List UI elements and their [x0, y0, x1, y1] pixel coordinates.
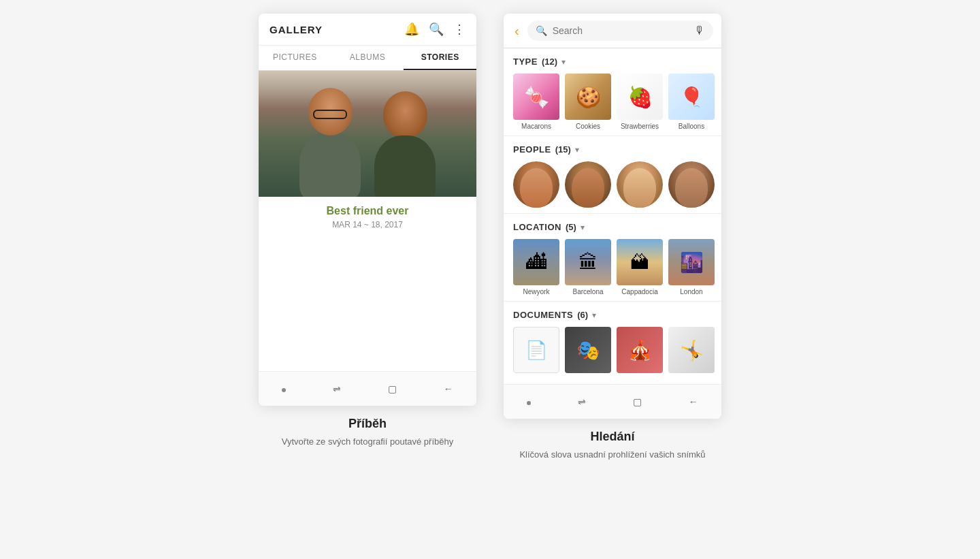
list-item[interactable] — [565, 161, 611, 208]
list-item[interactable]: Cookies — [565, 74, 611, 130]
cookies-thumb — [565, 74, 611, 120]
list-item[interactable] — [668, 327, 715, 373]
search-input[interactable] — [553, 25, 689, 36]
avatar-face-4 — [675, 168, 708, 208]
cappadocia-thumb — [617, 239, 663, 285]
doc4-thumb — [668, 327, 715, 373]
doc1-thumb — [513, 327, 559, 373]
macarons-thumb — [513, 74, 559, 120]
tab-stories[interactable]: STORIES — [404, 46, 476, 70]
location-count: (5) — [566, 222, 576, 232]
square-button[interactable]: ▢ — [382, 381, 402, 397]
list-item[interactable]: Newyork — [513, 239, 559, 296]
location-section-header: LOCATION (5) ▾ — [513, 222, 712, 232]
story-caption-text: Vytvořte ze svých fotografií poutavé pří… — [282, 435, 453, 449]
phone-body — [259, 235, 476, 371]
list-item[interactable]: Barcelona — [565, 239, 611, 296]
type-chevron-icon[interactable]: ▾ — [561, 57, 566, 67]
location-chevron-icon[interactable]: ▾ — [581, 223, 585, 232]
avatar-face-wrap — [513, 161, 559, 208]
people-label: PEOPLE — [513, 144, 551, 155]
cookies-label: Cookies — [576, 123, 600, 130]
search-caption-title: Hledání — [519, 430, 705, 444]
documents-section-header: DOCUMENTS (6) ▾ — [513, 310, 712, 320]
location-label: LOCATION — [513, 222, 561, 232]
search-caption-text: Klíčová slova usnadní prohlížení vašich … — [519, 448, 705, 462]
microphone-icon[interactable]: 🎙 — [694, 25, 705, 37]
story-caption-title: Příběh — [282, 417, 453, 431]
search-magnifier-icon: 🔍 — [536, 25, 547, 36]
list-item[interactable]: Cappadocia — [617, 239, 663, 296]
list-item[interactable]: Strawberries — [617, 74, 663, 130]
location-section: LOCATION (5) ▾ Newyork Barcelona — [504, 214, 721, 302]
strawberries-thumb — [617, 74, 663, 120]
story-image — [259, 71, 476, 197]
story-caption: Příběh Vytvořte ze svých fotografií pout… — [268, 406, 467, 449]
avatar-face-wrap — [668, 161, 715, 208]
bell-icon[interactable]: 🔔 — [404, 22, 419, 37]
type-section-header: TYPE (12) ▾ — [513, 57, 712, 67]
london-thumb — [668, 239, 715, 285]
documents-count: (6) — [577, 310, 588, 320]
search-icon[interactable]: 🔍 — [429, 22, 444, 37]
type-label: TYPE — [513, 57, 538, 67]
avatar-face-1 — [520, 168, 553, 208]
search-caption: Hledání Klíčová slova usnadní prohlížení… — [506, 419, 719, 462]
avatar-3 — [617, 161, 663, 208]
avatar-face-3 — [623, 168, 656, 208]
avatar-face-2 — [572, 168, 604, 208]
person-right — [368, 91, 442, 197]
london-label: London — [680, 288, 702, 296]
location-grid: Newyork Barcelona Cappadocia London — [513, 239, 712, 296]
square-button-search[interactable]: ▢ — [627, 394, 647, 410]
search-header: ‹ 🔍 🎙 — [504, 14, 721, 48]
header-icons: 🔔 🔍 ⋮ — [404, 22, 466, 37]
strawberries-label: Strawberries — [621, 123, 659, 130]
list-item[interactable]: Balloons — [668, 74, 715, 130]
barcelona-label: Barcelona — [572, 288, 603, 296]
people-count: (15) — [555, 144, 571, 155]
balloons-thumb — [668, 74, 715, 120]
people-section: PEOPLE (15) ▾ — [504, 136, 721, 214]
back-arrow-button[interactable]: ‹ — [512, 23, 522, 39]
two-arrows-button[interactable]: ⇌ — [327, 381, 346, 397]
documents-grid — [513, 327, 712, 373]
list-item[interactable] — [513, 327, 559, 373]
avatar-2 — [565, 161, 611, 208]
dot-button-search[interactable] — [521, 393, 536, 411]
search-footer: ⇌ ▢ ← — [504, 384, 721, 419]
list-item[interactable] — [513, 161, 559, 208]
two-arrows-button-search[interactable]: ⇌ — [572, 394, 591, 410]
barcelona-thumb — [565, 239, 611, 285]
avatar-face-wrap — [565, 161, 611, 208]
phone-footer: ⇌ ▢ ← — [259, 371, 476, 406]
tab-pictures[interactable]: PICTURES — [259, 46, 331, 70]
list-item[interactable] — [617, 161, 663, 208]
back-button[interactable]: ← — [438, 381, 459, 397]
back-button-search[interactable]: ← — [683, 394, 704, 410]
search-bar[interactable]: 🔍 🎙 — [527, 20, 713, 41]
list-item[interactable]: London — [668, 239, 715, 296]
more-icon[interactable]: ⋮ — [453, 22, 466, 37]
search-body: TYPE (12) ▾ Macarons Cookies — [504, 48, 721, 384]
balloons-label: Balloons — [679, 123, 704, 130]
gallery-header: GALLERY 🔔 🔍 ⋮ — [259, 14, 476, 46]
tab-albums[interactable]: ALBUMS — [331, 46, 404, 70]
person-left — [293, 88, 368, 197]
type-grid: Macarons Cookies Strawberries Ballo — [513, 74, 712, 130]
people-grid — [513, 161, 712, 208]
story-phone: GALLERY 🔔 🔍 ⋮ PICTURES ALBUMS STORIES — [259, 14, 476, 406]
newyork-thumb — [513, 239, 559, 285]
dot-button[interactable] — [276, 380, 291, 398]
list-item[interactable] — [668, 161, 715, 208]
cappadocia-label: Cappadocia — [621, 288, 657, 296]
list-item[interactable] — [617, 327, 663, 373]
list-item[interactable] — [565, 327, 611, 373]
documents-chevron-icon[interactable]: ▾ — [592, 310, 596, 320]
list-item[interactable]: Macarons — [513, 74, 559, 130]
type-section: TYPE (12) ▾ Macarons Cookies — [504, 48, 721, 136]
documents-label: DOCUMENTS — [513, 310, 573, 320]
people-chevron-icon[interactable]: ▾ — [575, 145, 579, 155]
gallery-tabs: PICTURES ALBUMS STORIES — [259, 46, 476, 71]
newyork-label: Newyork — [523, 288, 550, 296]
